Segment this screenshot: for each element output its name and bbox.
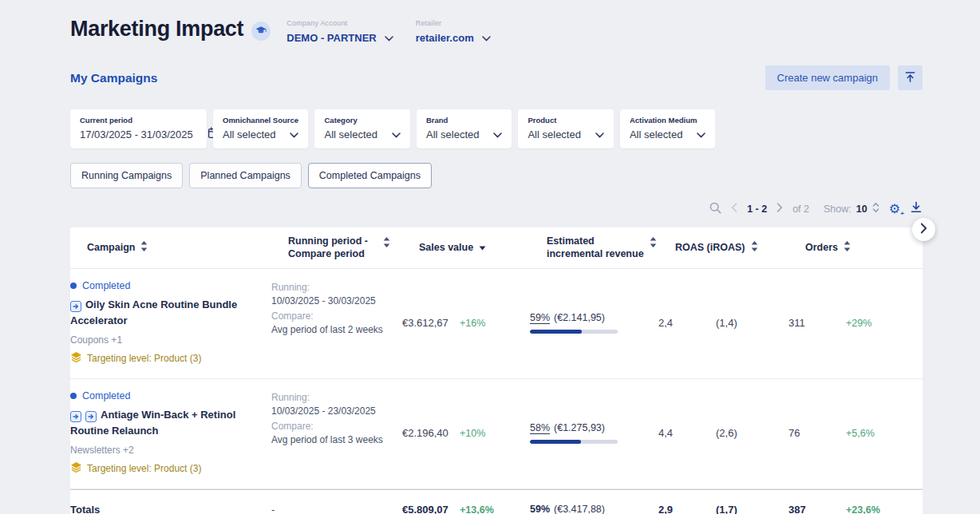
orders-cell: 311 +29%	[788, 317, 923, 329]
table-settings-button[interactable]: ⚙ +	[889, 203, 900, 215]
totals-incremental-value: (€3.417,88)	[554, 504, 605, 514]
chevron-down-icon	[392, 127, 401, 141]
column-header-running-period[interactable]: Running period - Compare period	[288, 235, 419, 260]
table-header-row: Campaign Running period - Compare period…	[70, 227, 923, 269]
scroll-top-button[interactable]	[898, 65, 923, 90]
sort-icon[interactable]	[140, 241, 148, 255]
targeting-label: Targeting level: Product (3)	[87, 463, 201, 474]
incremental-percent[interactable]: 58%	[530, 422, 550, 433]
show-label: Show:	[824, 204, 852, 215]
sales-change: +16%	[460, 318, 485, 329]
campaign-name[interactable]: Antiage Win-Back + Retinol Routine Relau…	[70, 407, 262, 438]
incremental-percent[interactable]: 59%	[530, 312, 550, 323]
campaign-name[interactable]: Oily Skin Acne Routine Bundle Accelerato…	[70, 297, 262, 328]
column-header-incremental-revenue[interactable]: Estimated incremental revenue	[547, 235, 675, 260]
academy-badge[interactable]	[251, 22, 271, 41]
totals-sales-cell: €5.809,07 +13,6%	[402, 504, 530, 514]
sales-cell: €3.612,67 +16%	[402, 317, 530, 329]
filter-omnichannel-source[interactable]: Omnichannel Source All selected	[213, 109, 308, 148]
column-header-campaign[interactable]: Campaign	[87, 241, 288, 255]
page: Marketing Impact Company Account DEMO - …	[0, 0, 980, 514]
tab-completed-campaigns[interactable]: Completed Campaigns	[308, 163, 432, 188]
retailer-selector[interactable]: Retailer retailer.com	[416, 19, 491, 45]
period-cell: Running: 10/03/2025 - 23/03/2025 Compare…	[271, 390, 402, 449]
status-label: Completed	[82, 390, 130, 401]
orders-change: +5,6%	[846, 428, 875, 439]
column-label: Sales value	[419, 242, 473, 255]
running-label: Running:	[271, 282, 393, 295]
filter-value: All selected	[324, 128, 377, 140]
sales-value: €3.612,67	[402, 317, 460, 329]
channels-label: Newsletters +2	[70, 445, 262, 456]
gear-icon: ⚙	[889, 203, 900, 215]
iroas-value: (1,4)	[716, 317, 737, 329]
orders-value: 311	[788, 317, 846, 329]
stepper-icon[interactable]	[872, 202, 879, 216]
channels-label: Coupons +1	[70, 334, 262, 346]
filter-label: Product	[528, 116, 603, 125]
column-label: Orders	[805, 242, 838, 255]
table-row[interactable]: Completed Antiage Win-Back + Retinol Rou…	[70, 379, 923, 489]
filter-activation-medium[interactable]: Activation Medium All selected	[620, 109, 715, 148]
filter-bar: Current period 17/03/2025 - 31/03/2025 O…	[70, 109, 923, 148]
prev-page-button[interactable]	[731, 203, 737, 215]
download-button[interactable]	[910, 201, 923, 216]
filter-label: Brand	[426, 116, 502, 125]
company-account-value: DEMO - PARTNER	[286, 32, 376, 44]
section-header: My Campaigns Create new campaign	[70, 65, 923, 90]
next-page-button[interactable]	[776, 203, 783, 215]
sales-cell: €2.196,40 +10%	[402, 427, 530, 439]
totals-iroas-value: (1,7)	[716, 504, 737, 514]
totals-label: Totals	[70, 504, 271, 514]
filter-brand[interactable]: Brand All selected	[417, 109, 512, 148]
column-label: Running period - Compare period	[288, 235, 377, 260]
totals-incremental-percent[interactable]: 59%	[530, 504, 550, 514]
column-header-orders[interactable]: Orders	[805, 241, 923, 255]
table-row[interactable]: Completed Oily Skin Acne Routine Bundle …	[70, 269, 923, 379]
incremental-cell: 58% (€1.275,93)	[530, 422, 658, 444]
incremental-progress-bar	[530, 440, 618, 444]
sales-change: +10%	[460, 428, 485, 439]
page-title: Marketing Impact	[70, 18, 243, 42]
page-size-control[interactable]: Show: 10	[824, 202, 879, 216]
download-icon	[910, 201, 923, 216]
status-dot-icon	[70, 283, 77, 289]
chevron-down-icon	[290, 127, 298, 141]
filter-product[interactable]: Product All selected	[518, 109, 613, 148]
period-cell: Running: 10/03/2025 - 30/03/2025 Compare…	[271, 280, 402, 339]
tab-running-campaigns[interactable]: Running Campaigns	[70, 163, 183, 188]
channel-coupon-icon	[70, 301, 81, 312]
campaign-name-text: Oily Skin Acne Routine Bundle Accelerato…	[70, 299, 237, 326]
running-value: 10/03/2025 - 23/03/2025	[271, 405, 393, 418]
create-campaign-button[interactable]: Create new campaign	[765, 65, 890, 90]
graduation-cap-icon	[255, 24, 267, 38]
search-button[interactable]	[709, 202, 721, 216]
sort-desc-icon[interactable]	[479, 242, 486, 255]
filter-label: Omnichannel Source	[223, 116, 298, 125]
sort-icon[interactable]	[650, 237, 657, 251]
search-icon	[709, 202, 721, 216]
sort-icon[interactable]	[844, 241, 851, 255]
status-dot-icon	[70, 393, 77, 399]
campaign-tabs: Running Campaigns Planned Campaigns Comp…	[70, 163, 923, 188]
column-header-sales-value[interactable]: Sales value	[419, 242, 547, 255]
tab-planned-campaigns[interactable]: Planned Campaigns	[189, 163, 302, 188]
column-header-roas[interactable]: ROAS (iROAS)	[675, 241, 805, 255]
channel-coupon-icon	[85, 411, 97, 422]
orders-cell: 76 +5,6%	[788, 427, 923, 439]
status-badge: Completed	[70, 280, 262, 291]
period-filter[interactable]: Current period 17/03/2025 - 31/03/2025	[70, 109, 207, 148]
period-filter-value: 17/03/2025 - 31/03/2025	[80, 128, 193, 140]
sort-icon[interactable]	[383, 237, 390, 251]
table-scroll-right-button[interactable]	[912, 218, 935, 241]
filter-category[interactable]: Category All selected	[314, 109, 409, 148]
incremental-value: (€1.275,93)	[554, 422, 605, 433]
targeting-label: Targeting level: Product (3)	[87, 353, 201, 364]
sort-icon[interactable]	[751, 241, 758, 255]
filter-value: All selected	[528, 128, 580, 140]
chevron-left-icon	[731, 203, 737, 215]
company-account-selector[interactable]: Company Account DEMO - PARTNER	[286, 19, 393, 45]
compare-label: Compare:	[271, 421, 393, 433]
totals-roas-value: 2,9	[658, 504, 716, 514]
totals-incremental-cell: 59% (€3.417,88)	[530, 504, 658, 514]
